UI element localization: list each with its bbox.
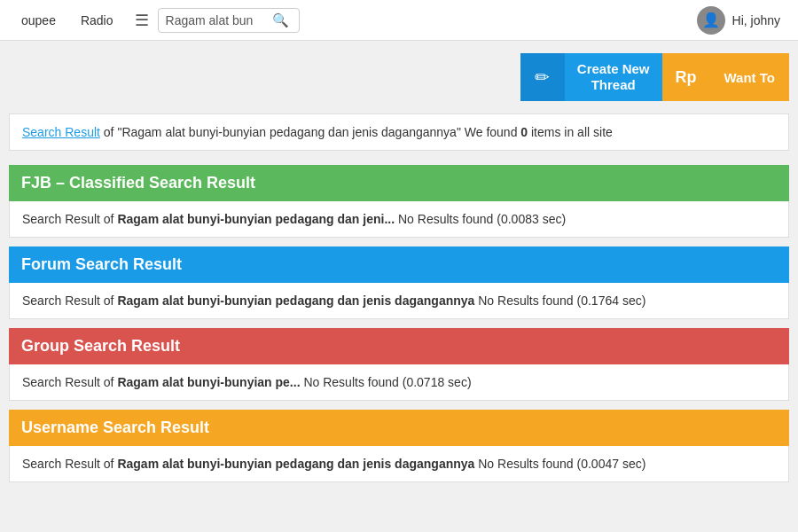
- summary-bar: Search Result of "Ragam alat bunyi-bunyi…: [9, 113, 789, 151]
- result-section-fjb: FJB – Classified Search Result Search Re…: [9, 165, 789, 238]
- result-body-username: Search Result of Ragam alat bunyi-bunyia…: [9, 446, 789, 482]
- result-query-username: Ragam alat bunyi-bunyian pedagang dan je…: [117, 457, 474, 471]
- hamburger-icon[interactable]: ☰: [126, 11, 158, 30]
- user-area: 👤 Hi, johny: [697, 6, 789, 35]
- create-thread-button[interactable]: ✏ Create NewThread: [520, 53, 662, 101]
- summary-count: 0: [520, 125, 528, 139]
- result-header-username: Username Search Result: [9, 410, 789, 446]
- summary-posttext: " We found: [457, 125, 520, 139]
- result-section-username: Username Search Result Search Result of …: [9, 410, 789, 482]
- rp-label: Rp: [676, 68, 697, 87]
- nav-item-radio[interactable]: Radio: [68, 0, 126, 40]
- summary-pretext: of ": [100, 125, 121, 139]
- search-input[interactable]: [166, 13, 272, 27]
- want-to-label: Want To: [724, 70, 775, 85]
- summary-suffix: items in all site: [528, 125, 613, 139]
- result-body-fjb: Search Result of Ragam alat bunyi-bunyia…: [9, 201, 789, 238]
- result-header-fjb: FJB – Classified Search Result: [9, 165, 789, 201]
- user-greeting: Hi, johny: [732, 13, 780, 27]
- header: oupee Radio ☰ 🔍 👤 Hi, johny: [0, 0, 798, 41]
- create-thread-icon: ✏: [520, 53, 565, 101]
- result-body-group: Search Result of Ragam alat bunyi-bunyia…: [9, 364, 789, 401]
- result-section-forum: Forum Search Result Search Result of Rag…: [9, 246, 789, 319]
- nav-item-oupee[interactable]: oupee: [9, 0, 68, 40]
- want-to-button[interactable]: Want To: [710, 53, 789, 101]
- action-bar: ✏ Create NewThread Rp Want To: [0, 41, 798, 113]
- sections-container: FJB – Classified Search Result Search Re…: [9, 165, 789, 482]
- content: Search Result of "Ragam alat bunyi-bunyi…: [0, 113, 798, 509]
- avatar: 👤: [697, 6, 725, 35]
- result-body-forum: Search Result of Ragam alat bunyi-bunyia…: [9, 283, 789, 319]
- result-query-group: Ragam alat bunyi-bunyian pe...: [117, 375, 300, 389]
- result-query-forum: Ragam alat bunyi-bunyian pedagang dan je…: [117, 293, 474, 308]
- result-header-group: Group Search Result: [9, 328, 789, 364]
- create-thread-label: Create NewThread: [565, 61, 662, 93]
- search-icon[interactable]: 🔍: [272, 12, 289, 28]
- search-result-link[interactable]: Search Result: [22, 125, 100, 139]
- avatar-icon: 👤: [702, 12, 720, 28]
- result-section-group: Group Search Result Search Result of Rag…: [9, 328, 789, 401]
- search-bar: 🔍: [158, 8, 300, 33]
- result-query-fjb: Ragam alat bunyi-bunyian pedagang dan je…: [117, 212, 395, 226]
- summary-query: Ragam alat bunyi-bunyian pedagang dan je…: [121, 125, 457, 139]
- rp-button[interactable]: Rp: [662, 53, 710, 101]
- result-header-forum: Forum Search Result: [9, 246, 789, 283]
